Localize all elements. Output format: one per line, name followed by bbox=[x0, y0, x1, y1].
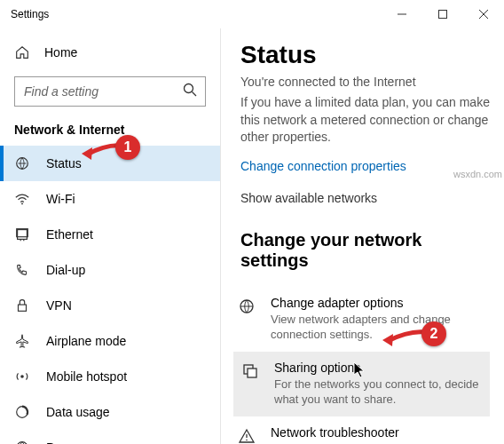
sidebar-item-vpn[interactable]: VPN bbox=[0, 288, 220, 323]
section-change-settings: Change your network settings bbox=[240, 230, 490, 271]
svg-rect-0 bbox=[439, 10, 447, 18]
svg-point-13 bbox=[246, 440, 248, 441]
status-body: If you have a limited data plan, you can… bbox=[240, 94, 490, 147]
link-connection-properties[interactable]: Change connection properties bbox=[240, 159, 490, 173]
sidebar-item-label: Airplane mode bbox=[46, 334, 126, 348]
sidebar-item-wifi[interactable]: Wi-Fi bbox=[0, 181, 220, 217]
wifi-icon bbox=[14, 191, 30, 207]
sidebar-item-datausage[interactable]: Data usage bbox=[0, 394, 220, 430]
svg-point-3 bbox=[21, 203, 23, 205]
sidebar-item-label: Mobile hotspot bbox=[46, 369, 127, 384]
svg-point-1 bbox=[185, 84, 193, 93]
sidebar-item-label: Proxy bbox=[46, 440, 78, 444]
sidebar-item-ethernet[interactable]: Ethernet bbox=[0, 217, 220, 252]
svg-point-7 bbox=[20, 375, 24, 378]
setting-troubleshooter[interactable]: Network troubleshooter View your network… bbox=[237, 416, 490, 444]
sidebar-item-airplane[interactable]: Airplane mode bbox=[0, 323, 220, 359]
ethernet-icon bbox=[14, 226, 30, 242]
sidebar-item-dialup[interactable]: Dial-up bbox=[0, 252, 220, 288]
annotation-marker-2: 2 bbox=[421, 321, 446, 346]
svg-rect-12 bbox=[248, 369, 256, 377]
close-button[interactable] bbox=[463, 0, 504, 28]
svg-rect-4 bbox=[18, 230, 28, 240]
svg-rect-6 bbox=[19, 305, 27, 311]
setting-adapter-options[interactable]: Change adapter options View network adap… bbox=[237, 287, 490, 352]
search-input[interactable] bbox=[14, 76, 206, 107]
minimize-button[interactable] bbox=[382, 0, 422, 28]
setting-title: Sharing options bbox=[274, 361, 483, 375]
adapter-icon bbox=[237, 297, 256, 343]
home-icon bbox=[14, 44, 30, 60]
window-title: Settings bbox=[11, 8, 382, 20]
dialup-icon bbox=[14, 262, 30, 278]
sidebar-item-label: Dial-up bbox=[46, 263, 85, 277]
window-controls bbox=[382, 0, 504, 28]
sidebar-item-label: VPN bbox=[46, 298, 72, 313]
link-available-networks[interactable]: Show available networks bbox=[240, 191, 490, 205]
watermark: wsxdn.com bbox=[453, 169, 502, 179]
sidebar-home[interactable]: Home bbox=[0, 36, 220, 69]
search-wrap bbox=[14, 76, 206, 107]
airplane-icon bbox=[14, 333, 30, 349]
maximize-button[interactable] bbox=[422, 0, 463, 28]
sidebar-item-hotspot[interactable]: Mobile hotspot bbox=[0, 359, 220, 394]
sidebar-home-label: Home bbox=[44, 45, 77, 59]
status-icon bbox=[14, 155, 30, 171]
troubleshoot-icon bbox=[237, 427, 256, 444]
setting-title: Change adapter options bbox=[271, 296, 483, 310]
sidebar-item-label: Data usage bbox=[46, 405, 110, 419]
sidebar-item-label: Status bbox=[46, 156, 82, 170]
setting-desc: For the networks you connect to, decide … bbox=[274, 377, 483, 408]
sidebar: Home Network & Internet Status Wi-Fi bbox=[0, 28, 220, 444]
sharing-icon bbox=[240, 362, 260, 408]
proxy-icon bbox=[14, 440, 30, 444]
cursor-icon bbox=[353, 361, 367, 383]
close-icon bbox=[479, 10, 488, 19]
annotation-arrow-2 bbox=[379, 327, 427, 350]
minimize-icon bbox=[398, 10, 406, 19]
setting-title: Network troubleshooter bbox=[271, 425, 483, 440]
annotation-marker-1: 1 bbox=[115, 135, 140, 160]
sidebar-item-label: Wi-Fi bbox=[46, 192, 75, 206]
sidebar-nav: Status Wi-Fi Ethernet Dial-up bbox=[0, 146, 220, 444]
hotspot-icon bbox=[14, 369, 30, 385]
sidebar-item-proxy[interactable]: Proxy bbox=[0, 430, 220, 444]
maximize-icon bbox=[438, 10, 447, 19]
page-title: Status bbox=[240, 41, 490, 69]
setting-desc: View network adapters and change connect… bbox=[271, 312, 483, 343]
status-subhead: You're connected to the Internet bbox=[240, 75, 490, 89]
datausage-icon bbox=[14, 404, 30, 420]
search-icon bbox=[183, 83, 197, 100]
vpn-icon bbox=[14, 297, 30, 313]
sidebar-item-label: Ethernet bbox=[46, 227, 93, 242]
titlebar: Settings bbox=[0, 0, 504, 28]
